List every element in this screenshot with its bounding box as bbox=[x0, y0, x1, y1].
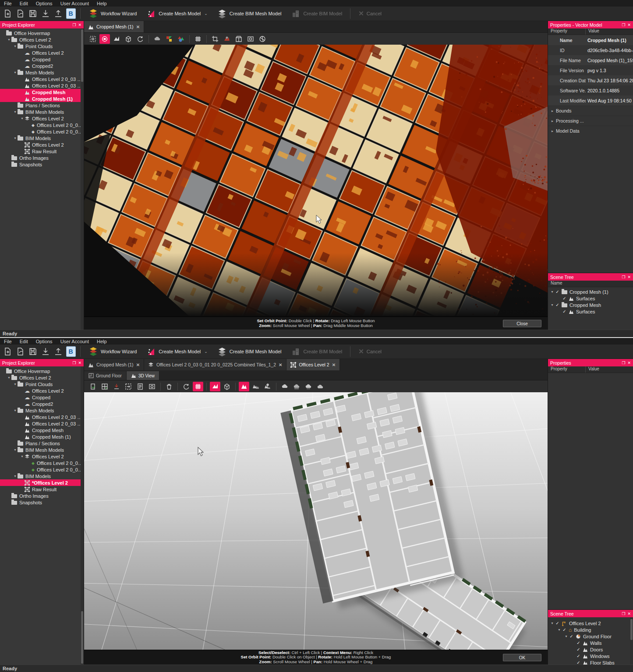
open-project-button[interactable] bbox=[14, 8, 26, 20]
scene-item-surfaces[interactable]: ✓Surfaces bbox=[548, 295, 633, 302]
expander-icon[interactable]: ▾ bbox=[7, 376, 11, 380]
menu-edit[interactable]: Edit bbox=[16, 339, 32, 344]
tree-item-raw-result[interactable]: Raw Result bbox=[0, 148, 84, 155]
tree-item-snapshots[interactable]: Snapshots bbox=[0, 161, 84, 168]
tree-item-cropped[interactable]: ☁Cropped bbox=[0, 394, 84, 401]
tree-item-cropped2[interactable]: ☁Cropped2 bbox=[0, 63, 84, 69]
expander-icon[interactable]: ▾ bbox=[550, 303, 555, 307]
save-button[interactable] bbox=[27, 8, 39, 20]
property-group-bounds[interactable]: ▸Bounds bbox=[548, 106, 633, 116]
tree-item-cropped-mesh[interactable]: Cropped Mesh bbox=[0, 427, 84, 433]
subtab-3d-view[interactable]: 3D View bbox=[127, 371, 159, 380]
create-bim-model-button[interactable]: Create BIM Model bbox=[286, 7, 347, 20]
create-bim-mesh-model-button[interactable]: Create BIM Mesh Model bbox=[213, 7, 286, 20]
tree-item-bim-mesh-models[interactable]: ▾BIM Mesh Models bbox=[0, 447, 84, 453]
grid-toggle-button[interactable] bbox=[193, 382, 203, 391]
new-project-button[interactable] bbox=[1, 8, 13, 20]
subtab-ground-floor[interactable]: Ground Floor bbox=[84, 371, 127, 380]
tree-scrollbar[interactable] bbox=[81, 28, 84, 330]
tree-item-mesh-models[interactable]: ▾Mesh Models bbox=[0, 69, 84, 76]
visibility-checkbox[interactable]: ✓ bbox=[576, 640, 581, 645]
tree-item-bim-offices-level-2[interactable]: Offices Level 2 bbox=[0, 141, 84, 148]
expander-icon[interactable]: ▸ bbox=[552, 119, 556, 123]
close-panel-icon[interactable]: ✕ bbox=[78, 23, 81, 27]
visibility-checkbox[interactable]: ✓ bbox=[562, 296, 567, 301]
expander-icon[interactable]: ▾ bbox=[13, 448, 18, 452]
grid-toggle-button[interactable] bbox=[193, 34, 203, 44]
tree-item-bim-models[interactable]: ▾BIM Models bbox=[0, 135, 84, 141]
mesh-red-button[interactable] bbox=[222, 34, 232, 44]
scene-item-building[interactable]: ▾✓⌂Building bbox=[548, 626, 633, 633]
tree-item-snapshots[interactable]: Snapshots bbox=[0, 499, 84, 506]
bim-connect-button[interactable]: B bbox=[65, 346, 77, 358]
point-cloud-viewport[interactable] bbox=[84, 45, 548, 317]
create-mesh-model-button[interactable]: Create Mesh Model ⌄ bbox=[142, 345, 212, 358]
mesh-view-button[interactable] bbox=[111, 34, 122, 44]
tree-item-point-cloud[interactable]: ☁Offices Level 2 bbox=[0, 49, 84, 56]
open-project-button[interactable] bbox=[14, 346, 26, 358]
visibility-checkbox[interactable]: ✓ bbox=[562, 627, 567, 632]
menu-options[interactable]: Options bbox=[32, 339, 57, 344]
tree-item-point-cloud[interactable]: ☁Offices Level 2 bbox=[0, 387, 84, 394]
scene-item-windows[interactable]: ✓Windows bbox=[548, 653, 633, 659]
scene-item-offices-level-2[interactable]: ▾✓Offices Level 2 bbox=[548, 620, 633, 626]
tab-combined-tiles[interactable]: Offices Level 2 0_03 0_01 20 0_0225 Comb… bbox=[144, 359, 286, 370]
tree-item-cropped-mesh-1[interactable]: Cropped Mesh (1) bbox=[0, 433, 84, 440]
tree-item-bim-mesh-offices[interactable]: ▾Offices Level 2 bbox=[0, 453, 84, 460]
tree-item-point-clouds[interactable]: ▾Point Clouds bbox=[0, 43, 84, 49]
property-row-last-modified[interactable]: Last ModifiedWed Aug 19 08:14:50 2020 bbox=[548, 95, 633, 106]
tree-item-bim-mesh-tile[interactable]: ◆Offices Level 2 0_03 0_01 ... bbox=[0, 128, 84, 135]
package-button[interactable] bbox=[233, 34, 244, 44]
solid-view-button[interactable] bbox=[210, 382, 220, 391]
menu-help[interactable]: Help bbox=[93, 339, 111, 344]
tree-item-bim-mesh-models[interactable]: ▾BIM Mesh Models bbox=[0, 109, 84, 115]
expander-icon[interactable]: ▾ bbox=[13, 110, 18, 114]
bim-connect-button[interactable]: B bbox=[65, 8, 77, 20]
tree-item-plans-sections[interactable]: Plans / Sections bbox=[0, 102, 84, 109]
float-panel-icon[interactable]: ❐ bbox=[622, 23, 625, 27]
cancel-button[interactable]: ✕ Cancel bbox=[354, 345, 386, 358]
tab-cropped-mesh-1[interactable]: Cropped Mesh (1) ✕ bbox=[84, 21, 144, 32]
tree-item-offices-level-2[interactable]: ▾Offices Level 2 bbox=[0, 374, 84, 381]
export-button[interactable] bbox=[52, 8, 64, 20]
ok-button[interactable]: OK bbox=[503, 654, 541, 661]
float-panel-icon[interactable]: ❐ bbox=[622, 612, 625, 616]
cloud-display-1-button[interactable] bbox=[279, 382, 290, 391]
expander-icon[interactable]: ▾ bbox=[557, 628, 562, 632]
select-tool-button[interactable] bbox=[88, 34, 98, 44]
close-panel-icon[interactable]: ✕ bbox=[627, 275, 631, 279]
expander-icon[interactable]: ▾ bbox=[13, 408, 18, 412]
menu-options[interactable]: Options bbox=[32, 1, 57, 6]
tree-item-mesh-models[interactable]: ▾Mesh Models bbox=[0, 407, 84, 414]
workflow-wizard-button[interactable]: Workflow Wizard bbox=[84, 7, 141, 20]
capture-view-button[interactable] bbox=[147, 382, 157, 391]
property-row-software-version[interactable]: Software Ve...2020.1.0.14885 bbox=[548, 85, 633, 95]
property-row-file-version[interactable]: File Versionpvg v 1.3 bbox=[548, 65, 633, 75]
import-button[interactable] bbox=[39, 8, 51, 20]
tree-item-mesh-model[interactable]: Offices Level 2 0_03 0_01 20 0... bbox=[0, 414, 84, 420]
import-objects-button[interactable] bbox=[111, 382, 122, 391]
visibility-checkbox[interactable]: ✓ bbox=[576, 654, 581, 658]
close-panel-icon[interactable]: ✕ bbox=[627, 612, 631, 616]
scene-tree-scrollbar[interactable] bbox=[630, 617, 633, 665]
property-row-name[interactable]: NameCropped Mesh (1) bbox=[548, 35, 633, 45]
create-mesh-model-button[interactable]: Create Mesh Model ⌄ bbox=[142, 7, 212, 20]
tree-item-bim-mesh-tile[interactable]: ◆Offices Level 2 0_03 0_01 ... bbox=[0, 460, 84, 466]
mesh-pair-button[interactable] bbox=[251, 382, 261, 391]
float-panel-icon[interactable]: ❐ bbox=[622, 275, 625, 279]
rotate-view-button[interactable] bbox=[181, 382, 191, 391]
menu-user-account[interactable]: User Account bbox=[57, 1, 93, 6]
close-tab-icon[interactable]: ✕ bbox=[279, 362, 282, 367]
expander-icon[interactable]: ▾ bbox=[13, 474, 18, 478]
tab-offices-level-2[interactable]: Offices Level 2 ✕ bbox=[286, 359, 340, 370]
tree-item-cropped[interactable]: ☁Cropped bbox=[0, 56, 84, 63]
point-cloud-toggle-button[interactable] bbox=[152, 34, 163, 44]
scene-item-ground-floor[interactable]: ▾✓Ground Floor bbox=[548, 633, 633, 640]
tree-item-point-clouds[interactable]: ▾Point Clouds bbox=[0, 381, 84, 387]
expander-icon[interactable]: ▾ bbox=[20, 116, 25, 120]
tree-item-raw-result[interactable]: Raw Result bbox=[0, 486, 84, 493]
mesh-trio-button[interactable] bbox=[262, 382, 273, 391]
menu-file[interactable]: File bbox=[0, 339, 16, 344]
property-row-file-name[interactable]: File NameCropped Mesh (1)_159783... bbox=[548, 55, 633, 65]
tree-item-ortho-images[interactable]: Ortho Images bbox=[0, 155, 84, 161]
